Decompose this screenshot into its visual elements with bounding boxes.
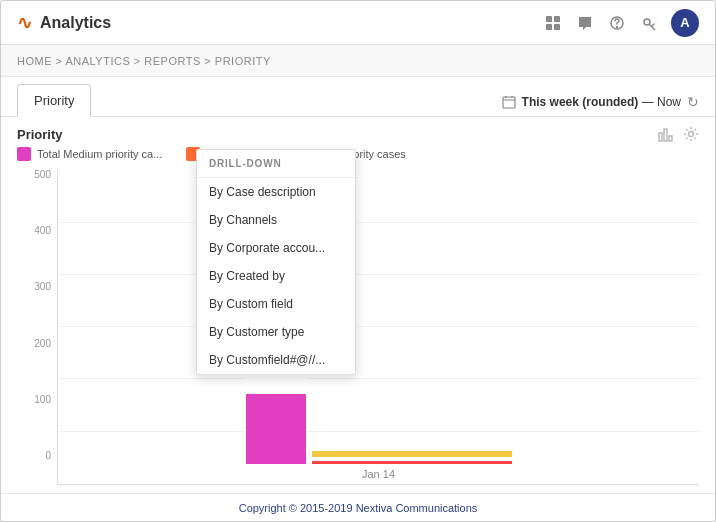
drill-item-1[interactable]: By Channels <box>197 206 355 234</box>
time-separator: — <box>642 95 657 109</box>
svg-rect-3 <box>554 24 560 30</box>
chart-title: Priority <box>17 127 63 142</box>
tab-bar: Priority This week (rounded) — Now ↻ <box>1 77 715 117</box>
legend-item-medium: Total Medium priority ca... <box>17 147 162 161</box>
y-label-0: 0 <box>45 450 51 461</box>
grid-icon[interactable] <box>543 13 563 33</box>
drill-down-header: DRILL-DOWN <box>197 150 355 178</box>
chart-plot: Jan 14 <box>57 169 699 485</box>
time-range-label: This week (rounded) — Now <box>522 95 681 109</box>
help-icon[interactable] <box>607 13 627 33</box>
svg-rect-1 <box>554 16 560 22</box>
calendar-icon <box>502 95 516 109</box>
app-footer: Copyright © 2015-2019 Nextiva Communicat… <box>1 493 715 521</box>
chart-area: Priority Total Medium <box>1 117 715 493</box>
svg-point-5 <box>617 26 618 27</box>
thin-bars <box>312 451 512 464</box>
time-range-value: This week (rounded) <box>522 95 639 109</box>
header-actions: A <box>543 9 699 37</box>
y-axis: 500 400 300 200 100 0 <box>17 169 57 485</box>
app-header: ∿ Analytics <box>1 1 715 45</box>
bar-yellow <box>312 451 512 457</box>
footer-text: Copyright © 2015-2019 Nextiva Communicat… <box>239 502 478 514</box>
svg-rect-0 <box>546 16 552 22</box>
legend-dot-medium <box>17 147 31 161</box>
user-avatar[interactable]: A <box>671 9 699 37</box>
refresh-icon[interactable]: ↻ <box>687 94 699 110</box>
app-window: ∿ Analytics <box>0 0 716 522</box>
app-title: Analytics <box>40 14 111 32</box>
bar-chart: 500 400 300 200 100 0 <box>1 169 715 493</box>
x-label-jan14: Jan 14 <box>58 464 699 482</box>
drill-item-2[interactable]: By Corporate accou... <box>197 234 355 262</box>
svg-rect-7 <box>503 97 515 108</box>
drill-down-list[interactable]: By Case description By Channels By Corpo… <box>197 178 355 374</box>
drill-item-5[interactable]: By Customer type <box>197 318 355 346</box>
svg-rect-2 <box>546 24 552 30</box>
svg-rect-9 <box>664 129 667 141</box>
key-icon[interactable] <box>639 13 659 33</box>
svg-point-11 <box>689 132 694 137</box>
svg-rect-8 <box>659 133 662 141</box>
settings-icon[interactable] <box>683 126 699 142</box>
drill-item-0[interactable]: By Case description <box>197 178 355 206</box>
y-label-400: 400 <box>34 225 51 236</box>
breadcrumb-text: HOME > ANALYTICS > REPORTS > PRIORITY <box>17 55 271 67</box>
main-content: Priority This week (rounded) — Now ↻ Pri… <box>1 77 715 521</box>
drill-item-4[interactable]: By Custom field <box>197 290 355 318</box>
drill-item-6[interactable]: By Customfield#@//... <box>197 346 355 374</box>
breadcrumb: HOME > ANALYTICS > REPORTS > PRIORITY <box>1 45 715 77</box>
y-label-100: 100 <box>34 394 51 405</box>
chart-legend: Total Medium priority ca... Total Urgent… <box>1 143 715 169</box>
svg-rect-10 <box>669 136 672 141</box>
x-date-jan14: Jan 14 <box>362 468 395 480</box>
logo-icon: ∿ <box>17 12 32 34</box>
logo-area: ∿ Analytics <box>17 12 543 34</box>
bar-chart-icon[interactable] <box>657 125 675 143</box>
tab-priority[interactable]: Priority <box>17 84 91 117</box>
chart-inner: 500 400 300 200 100 0 <box>17 169 699 485</box>
chat-icon[interactable] <box>575 13 595 33</box>
drill-item-3[interactable]: By Created by <box>197 262 355 290</box>
legend-label-medium: Total Medium priority ca... <box>37 148 162 160</box>
y-label-500: 500 <box>34 169 51 180</box>
drill-down-dropdown: DRILL-DOWN By Case description By Channe… <box>196 149 356 375</box>
y-label-300: 300 <box>34 281 51 292</box>
y-label-200: 200 <box>34 338 51 349</box>
time-end-value: Now <box>657 95 681 109</box>
